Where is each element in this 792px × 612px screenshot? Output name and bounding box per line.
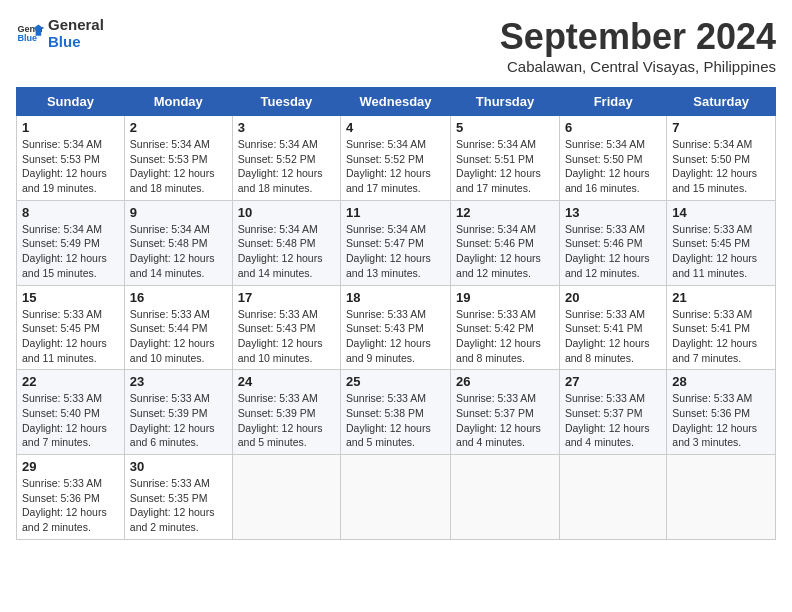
day-number: 11 [346,205,445,220]
calendar-header-row: Sunday Monday Tuesday Wednesday Thursday… [17,88,776,116]
col-saturday: Saturday [667,88,776,116]
day-info: Sunrise: 5:34 AMSunset: 5:53 PMDaylight:… [22,137,119,196]
table-row: 22Sunrise: 5:33 AMSunset: 5:40 PMDayligh… [17,370,125,455]
day-info: Sunrise: 5:34 AMSunset: 5:52 PMDaylight:… [238,137,335,196]
table-row: 1Sunrise: 5:34 AMSunset: 5:53 PMDaylight… [17,116,125,201]
day-number: 3 [238,120,335,135]
day-number: 9 [130,205,227,220]
day-info: Sunrise: 5:33 AMSunset: 5:41 PMDaylight:… [672,307,770,366]
day-number: 25 [346,374,445,389]
table-row: 18Sunrise: 5:33 AMSunset: 5:43 PMDayligh… [341,285,451,370]
day-number: 21 [672,290,770,305]
day-info: Sunrise: 5:33 AMSunset: 5:41 PMDaylight:… [565,307,661,366]
day-number: 15 [22,290,119,305]
table-row: 26Sunrise: 5:33 AMSunset: 5:37 PMDayligh… [451,370,560,455]
page-header: General Blue General Blue September 2024… [16,16,776,75]
table-row: 23Sunrise: 5:33 AMSunset: 5:39 PMDayligh… [124,370,232,455]
location-subtitle: Cabalawan, Central Visayas, Philippines [500,58,776,75]
day-info: Sunrise: 5:33 AMSunset: 5:35 PMDaylight:… [130,476,227,535]
day-number: 8 [22,205,119,220]
month-title: September 2024 [500,16,776,58]
table-row: 4Sunrise: 5:34 AMSunset: 5:52 PMDaylight… [341,116,451,201]
day-info: Sunrise: 5:34 AMSunset: 5:49 PMDaylight:… [22,222,119,281]
col-sunday: Sunday [17,88,125,116]
table-row: 6Sunrise: 5:34 AMSunset: 5:50 PMDaylight… [559,116,666,201]
day-number: 14 [672,205,770,220]
table-row: 12Sunrise: 5:34 AMSunset: 5:46 PMDayligh… [451,200,560,285]
day-info: Sunrise: 5:33 AMSunset: 5:45 PMDaylight:… [672,222,770,281]
day-number: 1 [22,120,119,135]
logo-icon: General Blue [16,19,44,47]
day-info: Sunrise: 5:34 AMSunset: 5:51 PMDaylight:… [456,137,554,196]
day-number: 12 [456,205,554,220]
day-info: Sunrise: 5:34 AMSunset: 5:48 PMDaylight:… [238,222,335,281]
logo-general: General [48,16,104,33]
table-row: 19Sunrise: 5:33 AMSunset: 5:42 PMDayligh… [451,285,560,370]
table-row: 7Sunrise: 5:34 AMSunset: 5:50 PMDaylight… [667,116,776,201]
day-info: Sunrise: 5:33 AMSunset: 5:37 PMDaylight:… [565,391,661,450]
title-block: September 2024 Cabalawan, Central Visaya… [500,16,776,75]
day-info: Sunrise: 5:33 AMSunset: 5:46 PMDaylight:… [565,222,661,281]
day-number: 16 [130,290,227,305]
day-info: Sunrise: 5:33 AMSunset: 5:36 PMDaylight:… [672,391,770,450]
day-info: Sunrise: 5:34 AMSunset: 5:52 PMDaylight:… [346,137,445,196]
day-info: Sunrise: 5:33 AMSunset: 5:37 PMDaylight:… [456,391,554,450]
day-info: Sunrise: 5:34 AMSunset: 5:46 PMDaylight:… [456,222,554,281]
table-row: 2Sunrise: 5:34 AMSunset: 5:53 PMDaylight… [124,116,232,201]
table-row [232,455,340,540]
day-number: 7 [672,120,770,135]
col-monday: Monday [124,88,232,116]
table-row: 30Sunrise: 5:33 AMSunset: 5:35 PMDayligh… [124,455,232,540]
day-number: 22 [22,374,119,389]
day-info: Sunrise: 5:33 AMSunset: 5:42 PMDaylight:… [456,307,554,366]
day-number: 26 [456,374,554,389]
calendar-table: Sunday Monday Tuesday Wednesday Thursday… [16,87,776,540]
table-row: 9Sunrise: 5:34 AMSunset: 5:48 PMDaylight… [124,200,232,285]
day-number: 10 [238,205,335,220]
day-number: 5 [456,120,554,135]
day-info: Sunrise: 5:33 AMSunset: 5:43 PMDaylight:… [346,307,445,366]
table-row: 10Sunrise: 5:34 AMSunset: 5:48 PMDayligh… [232,200,340,285]
table-row: 15Sunrise: 5:33 AMSunset: 5:45 PMDayligh… [17,285,125,370]
day-info: Sunrise: 5:33 AMSunset: 5:40 PMDaylight:… [22,391,119,450]
table-row [667,455,776,540]
day-info: Sunrise: 5:33 AMSunset: 5:44 PMDaylight:… [130,307,227,366]
day-number: 18 [346,290,445,305]
day-number: 20 [565,290,661,305]
day-info: Sunrise: 5:34 AMSunset: 5:48 PMDaylight:… [130,222,227,281]
col-wednesday: Wednesday [341,88,451,116]
day-info: Sunrise: 5:33 AMSunset: 5:38 PMDaylight:… [346,391,445,450]
day-info: Sunrise: 5:33 AMSunset: 5:45 PMDaylight:… [22,307,119,366]
col-thursday: Thursday [451,88,560,116]
table-row: 21Sunrise: 5:33 AMSunset: 5:41 PMDayligh… [667,285,776,370]
day-info: Sunrise: 5:34 AMSunset: 5:47 PMDaylight:… [346,222,445,281]
table-row: 11Sunrise: 5:34 AMSunset: 5:47 PMDayligh… [341,200,451,285]
table-row: 17Sunrise: 5:33 AMSunset: 5:43 PMDayligh… [232,285,340,370]
day-number: 19 [456,290,554,305]
day-number: 2 [130,120,227,135]
day-number: 27 [565,374,661,389]
table-row: 28Sunrise: 5:33 AMSunset: 5:36 PMDayligh… [667,370,776,455]
logo-blue: Blue [48,33,104,50]
day-number: 29 [22,459,119,474]
svg-text:Blue: Blue [17,33,37,43]
day-info: Sunrise: 5:33 AMSunset: 5:43 PMDaylight:… [238,307,335,366]
table-row: 5Sunrise: 5:34 AMSunset: 5:51 PMDaylight… [451,116,560,201]
day-number: 6 [565,120,661,135]
table-row: 27Sunrise: 5:33 AMSunset: 5:37 PMDayligh… [559,370,666,455]
day-number: 17 [238,290,335,305]
table-row: 14Sunrise: 5:33 AMSunset: 5:45 PMDayligh… [667,200,776,285]
table-row [559,455,666,540]
day-number: 13 [565,205,661,220]
day-info: Sunrise: 5:34 AMSunset: 5:53 PMDaylight:… [130,137,227,196]
day-info: Sunrise: 5:34 AMSunset: 5:50 PMDaylight:… [672,137,770,196]
table-row: 16Sunrise: 5:33 AMSunset: 5:44 PMDayligh… [124,285,232,370]
table-row: 24Sunrise: 5:33 AMSunset: 5:39 PMDayligh… [232,370,340,455]
table-row: 3Sunrise: 5:34 AMSunset: 5:52 PMDaylight… [232,116,340,201]
day-info: Sunrise: 5:33 AMSunset: 5:39 PMDaylight:… [130,391,227,450]
table-row [341,455,451,540]
day-number: 23 [130,374,227,389]
logo: General Blue General Blue [16,16,104,50]
table-row: 25Sunrise: 5:33 AMSunset: 5:38 PMDayligh… [341,370,451,455]
day-number: 24 [238,374,335,389]
